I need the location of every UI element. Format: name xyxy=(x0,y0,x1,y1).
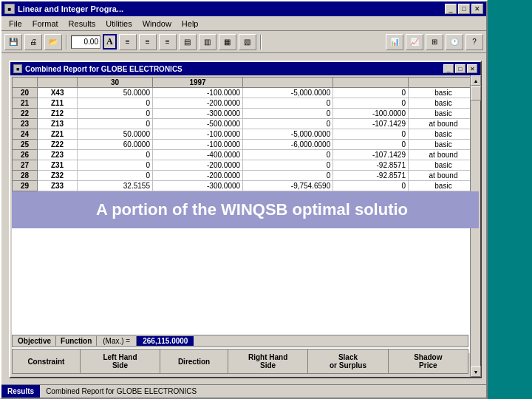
table-row: 21 Z11 0 -200.0000 0 0 basic xyxy=(13,98,479,109)
var-cell: Z11 xyxy=(37,98,77,109)
main-title-bar: ■ Linear and Integer Progra... _ □ ✕ xyxy=(1,1,486,16)
col-header-col4 xyxy=(333,78,409,88)
val4-cell: -107.1429 xyxy=(333,119,409,129)
row-num: 21 xyxy=(13,98,38,109)
menu-help[interactable]: Help xyxy=(177,18,203,30)
val4-cell: -92.8571 xyxy=(333,160,409,171)
chart-btn-1[interactable]: 📊 xyxy=(386,34,403,50)
val1-cell: 0 xyxy=(78,150,153,160)
val2-cell: -200.0000 xyxy=(152,98,242,109)
val3-cell: 0 xyxy=(243,171,333,181)
val4-cell: 0 xyxy=(333,129,409,140)
val3-cell: -6,000.0000 xyxy=(243,140,333,150)
inner-close-button[interactable]: ✕ xyxy=(467,64,477,73)
status-report-text: Combined Report for GLOBE ELECTRONICS xyxy=(40,386,202,396)
menu-utilities[interactable]: Utilities xyxy=(101,18,136,30)
table-row: 22 Z12 0 -300.0000 0 -100.0000 basic xyxy=(13,109,479,119)
status-cell: at bound xyxy=(408,171,478,181)
table-row: 24 Z21 50.0000 -100.0000 -5,000.0000 0 b… xyxy=(13,129,479,140)
scroll-down-arrow[interactable]: ▼ xyxy=(471,366,481,377)
col-header-var xyxy=(37,78,77,88)
inner-maximize-button[interactable]: □ xyxy=(455,64,466,73)
constraint-header-row: Constraint Left HandSide Direction Right… xyxy=(12,349,468,374)
val4-cell: -107.1429 xyxy=(333,150,409,160)
status-cell: at bound xyxy=(408,119,478,129)
menu-format[interactable]: Format xyxy=(28,18,63,30)
save-button[interactable]: 💾 xyxy=(4,34,22,50)
val1-cell: 0 xyxy=(78,98,153,109)
inner-controls: _ □ ✕ xyxy=(443,64,477,73)
open-button[interactable]: 📂 xyxy=(44,34,62,50)
inner-title-bar: ■ Combined Report for GLOBE ELECTRONICS … xyxy=(10,62,480,75)
col-header-num xyxy=(13,78,38,88)
align-center-button[interactable]: ≡ xyxy=(139,34,157,50)
constraint-col1: Constraint xyxy=(13,349,81,373)
status-cell: basic xyxy=(408,181,478,191)
table-row: 27 Z31 0 -200.0000 0 -92.8571 basic xyxy=(13,160,479,171)
status-results-label: Results xyxy=(1,385,40,398)
status-cell: basic xyxy=(408,98,478,109)
var-cell: Z33 xyxy=(37,181,77,191)
help-btn[interactable]: ? xyxy=(466,34,483,50)
constraint-col2: Left HandSide xyxy=(81,349,160,373)
format-btn-3[interactable]: ▦ xyxy=(219,34,236,50)
status-bar: Results Combined Report for GLOBE ELECTR… xyxy=(1,384,486,398)
val1-cell: 50.0000 xyxy=(78,88,153,98)
status-cell: basic xyxy=(408,160,478,171)
scroll-thumb[interactable] xyxy=(471,86,481,100)
value-input[interactable] xyxy=(71,35,100,49)
align-left-button[interactable]: ≡ xyxy=(119,34,137,50)
val4-cell: 0 xyxy=(333,140,409,150)
val2-cell: -100.0000 xyxy=(152,140,242,150)
maximize-button[interactable]: □ xyxy=(458,4,470,14)
max-min-label: (Max.) = xyxy=(97,336,137,346)
clock-btn[interactable]: 🕐 xyxy=(446,34,463,50)
val4-cell: 0 xyxy=(333,88,409,98)
row-num: 22 xyxy=(13,109,38,119)
close-button[interactable]: ✕ xyxy=(471,4,483,14)
objective-value: 266,115.0000 xyxy=(137,336,194,346)
function-label: Function xyxy=(56,336,97,346)
status-cell: basic xyxy=(408,129,478,140)
val3-cell: -5,000.0000 xyxy=(243,129,333,140)
minimize-button[interactable]: _ xyxy=(445,4,457,14)
title-controls: _ □ ✕ xyxy=(445,4,483,14)
row-num: 20 xyxy=(13,88,38,98)
app-icon: ■ xyxy=(4,4,15,14)
var-cell: Z13 xyxy=(37,119,77,129)
menu-results[interactable]: Results xyxy=(64,18,100,30)
col-header-30: 30 xyxy=(78,78,153,88)
grid-btn[interactable]: ⊞ xyxy=(426,34,443,50)
var-cell: Z21 xyxy=(37,129,77,140)
format-btn-4[interactable]: ▧ xyxy=(239,34,256,50)
align-right-button[interactable]: ≡ xyxy=(159,34,177,50)
menu-file[interactable]: File xyxy=(4,18,27,30)
val3-cell: 0 xyxy=(243,150,333,160)
val1-cell: 0 xyxy=(78,119,153,129)
val3-cell: 0 xyxy=(243,98,333,109)
val2-cell: -200.0000 xyxy=(152,171,242,181)
val4-cell: -92.8571 xyxy=(333,171,409,181)
val2-cell: -100.0000 xyxy=(152,88,242,98)
main-window: ■ Linear and Integer Progra... _ □ ✕ Fil… xyxy=(0,0,488,399)
scroll-up-arrow[interactable]: ▲ xyxy=(471,75,481,86)
menu-bar: File Format Results Utilities Window Hel… xyxy=(1,16,486,31)
format-btn-1[interactable]: ▤ xyxy=(179,34,197,50)
table-container: 30 1997 20 X43 50.0000 -100.0000 -5,000.… xyxy=(12,77,479,353)
annotation-text: A portion of the WINQSB optimal solutio xyxy=(96,200,408,219)
val2-cell: -300.0000 xyxy=(152,109,242,119)
row-num: 29 xyxy=(13,181,38,191)
val2-cell: -100.0000 xyxy=(152,129,242,140)
menu-window[interactable]: Window xyxy=(138,18,176,30)
chart-btn-2[interactable]: 📈 xyxy=(406,34,423,50)
status-cell: basic xyxy=(408,140,478,150)
val1-cell: 0 xyxy=(78,160,153,171)
print-button[interactable]: 🖨 xyxy=(24,34,42,50)
row-num: 26 xyxy=(13,150,38,160)
row-num: 23 xyxy=(13,119,38,129)
col-header-1997: 1997 xyxy=(152,78,242,88)
col-header-col3 xyxy=(243,78,333,88)
inner-minimize-button[interactable]: _ xyxy=(443,64,454,73)
val1-cell: 60.0000 xyxy=(78,140,153,150)
format-btn-2[interactable]: ▥ xyxy=(199,34,216,50)
